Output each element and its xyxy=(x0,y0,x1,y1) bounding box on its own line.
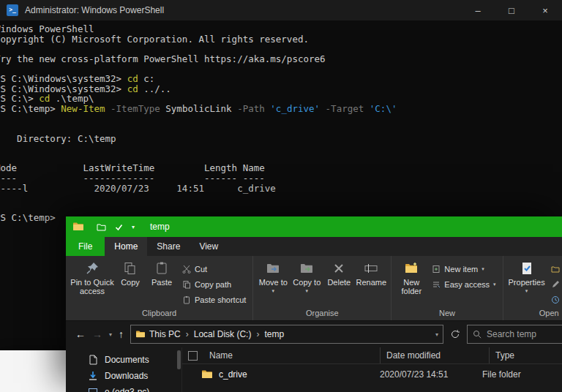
file-name-cell: c_drive xyxy=(182,369,374,380)
paste-icon xyxy=(154,261,169,276)
properties-label: Properties xyxy=(509,278,545,287)
address-dropdown-chevron-icon[interactable]: ▾ xyxy=(435,331,438,338)
breadcrumb-this-pc[interactable]: This PC xyxy=(149,329,181,339)
paste-shortcut-icon xyxy=(182,295,191,304)
background-window-corner[interactable] xyxy=(0,350,71,392)
edit-button[interactable]: Edit xyxy=(547,276,562,292)
breadcrumb-temp[interactable]: temp xyxy=(264,329,284,339)
document-icon xyxy=(88,355,98,365)
column-name-label: Name xyxy=(209,350,233,361)
ribbon-group-label-open: Open xyxy=(503,308,562,320)
folder-icon xyxy=(72,221,84,233)
address-bar[interactable]: This PC › Local Disk (C:) › temp ▾ xyxy=(130,325,443,344)
explorer-window-title: temp xyxy=(150,222,170,232)
delete-button[interactable]: Delete xyxy=(323,259,354,308)
new-folder-icon xyxy=(404,261,419,276)
move-to-icon xyxy=(266,261,280,276)
paste-button[interactable]: Paste xyxy=(145,259,179,308)
table-row[interactable]: c_drive 2020/07/23 14:51 File folder xyxy=(182,364,562,385)
pin-to-quick-access-label: Pin to Quick access xyxy=(69,278,116,295)
column-header-type[interactable]: Type xyxy=(490,347,562,363)
ribbon-tab-bar: File Home Share View xyxy=(66,237,562,256)
new-item-button[interactable]: New item ▾ xyxy=(428,261,499,276)
properties-button[interactable]: Properties ▾ xyxy=(506,259,547,308)
search-icon xyxy=(472,329,482,339)
column-header-name[interactable]: Name xyxy=(182,347,381,363)
rename-button[interactable]: Rename xyxy=(354,259,388,308)
breadcrumb-separator-icon: › xyxy=(184,329,190,339)
explorer-body: Documents Downloads e (edg3-pc) xyxy=(66,347,562,392)
ribbon-group-open: Properties ▾ Open xyxy=(503,256,562,320)
qat-customize-chevron-icon[interactable]: ▾ xyxy=(132,224,135,230)
ribbon-group-clipboard: Pin to Quick access Copy Paste xyxy=(66,256,253,320)
open-icon xyxy=(551,265,560,274)
ribbon-group-organise: Move to ▾ Copy to ▾ Delete xyxy=(253,256,391,320)
file-explorer-window: ▾ temp File Home Share View Pin to Quick… xyxy=(66,216,562,392)
copy-to-dropdown-icon: ▾ xyxy=(306,289,309,293)
minimize-icon[interactable]: – xyxy=(461,0,495,20)
column-type-label: Type xyxy=(495,350,514,361)
explorer-titlebar[interactable]: ▾ temp xyxy=(66,216,562,237)
easy-access-dropdown-icon: ▾ xyxy=(493,282,496,287)
history-button[interactable]: History xyxy=(547,292,562,307)
new-folder-button[interactable]: New folder xyxy=(394,259,428,308)
copy-to-button[interactable]: Copy to ▾ xyxy=(290,259,323,308)
powershell-window-title: Administrator: Windows PowerShell xyxy=(25,5,164,15)
select-all-checkbox[interactable] xyxy=(188,351,198,361)
window-controls: – □ × xyxy=(461,0,562,20)
paste-shortcut-button[interactable]: Paste shortcut xyxy=(179,292,250,307)
rename-icon xyxy=(364,261,378,276)
sidebar-item-documents[interactable]: Documents xyxy=(66,352,181,368)
terminal-output: Windows PowerShellCopyright (C) Microsof… xyxy=(0,20,562,223)
copy-path-button[interactable]: Copy path xyxy=(179,276,250,292)
forward-icon[interactable]: → xyxy=(92,328,102,340)
tab-file[interactable]: File xyxy=(66,237,105,256)
properties-icon xyxy=(520,261,534,276)
tab-share[interactable]: Share xyxy=(147,237,190,256)
pin-to-quick-access-button[interactable]: Pin to Quick access xyxy=(69,259,116,308)
tab-view[interactable]: View xyxy=(190,237,228,256)
new-item-dropdown-icon: ▾ xyxy=(482,267,484,271)
folder-icon xyxy=(201,369,213,380)
powershell-titlebar[interactable]: >_ Administrator: Windows PowerShell – □… xyxy=(0,0,562,20)
copy-icon xyxy=(123,261,138,276)
sidebar-item-downloads[interactable]: Downloads xyxy=(66,368,181,384)
tab-home[interactable]: Home xyxy=(105,237,147,256)
refresh-icon[interactable] xyxy=(450,329,460,339)
copy-button[interactable]: Copy xyxy=(116,259,145,308)
close-icon[interactable]: × xyxy=(528,0,562,20)
maximize-icon[interactable]: □ xyxy=(495,0,528,20)
easy-access-button[interactable]: Easy access ▾ xyxy=(428,276,499,292)
address-folder-icon xyxy=(135,329,146,339)
move-to-button[interactable]: Move to ▾ xyxy=(256,259,290,308)
paste-shortcut-label: Paste shortcut xyxy=(195,295,246,304)
properties-dropdown-icon: ▾ xyxy=(525,289,528,293)
sidebar-item-pc[interactable]: e (edg3-pc) xyxy=(66,384,181,392)
navigation-scrollbar[interactable] xyxy=(177,350,181,369)
copy-path-icon xyxy=(182,280,191,289)
open-button[interactable]: Open xyxy=(547,261,562,276)
search-input[interactable]: Search temp xyxy=(467,325,562,344)
move-to-label: Move to xyxy=(259,278,288,287)
ribbon: Pin to Quick access Copy Paste xyxy=(66,256,562,321)
column-date-label: Date modified xyxy=(386,350,441,361)
qat-folder-icon[interactable] xyxy=(97,222,106,232)
file-type-cell: File folder xyxy=(476,369,553,380)
file-name: c_drive xyxy=(219,369,247,380)
cut-button[interactable]: Cut xyxy=(179,261,250,276)
powershell-app-icon: >_ xyxy=(7,4,18,16)
desktop: >_ Administrator: Windows PowerShell – □… xyxy=(0,0,562,392)
paste-label: Paste xyxy=(151,278,172,287)
address-bar-row: ← → ▾ ↑ This PC › Local Disk (C:) › temp… xyxy=(66,321,562,347)
qat-properties-icon[interactable] xyxy=(114,222,124,232)
delete-label: Delete xyxy=(327,278,351,287)
recent-locations-chevron-icon[interactable]: ▾ xyxy=(109,331,112,338)
back-icon[interactable]: ← xyxy=(75,328,86,340)
breadcrumb-local-disk-c[interactable]: Local Disk (C:) xyxy=(194,329,252,339)
history-icon xyxy=(551,295,560,304)
copy-to-label: Copy to xyxy=(293,278,321,287)
up-icon[interactable]: ↑ xyxy=(119,328,124,340)
scissors-icon xyxy=(182,265,191,274)
column-header-date-modified[interactable]: Date modified xyxy=(381,347,490,363)
ribbon-group-label-clipboard: Clipboard xyxy=(66,308,252,320)
